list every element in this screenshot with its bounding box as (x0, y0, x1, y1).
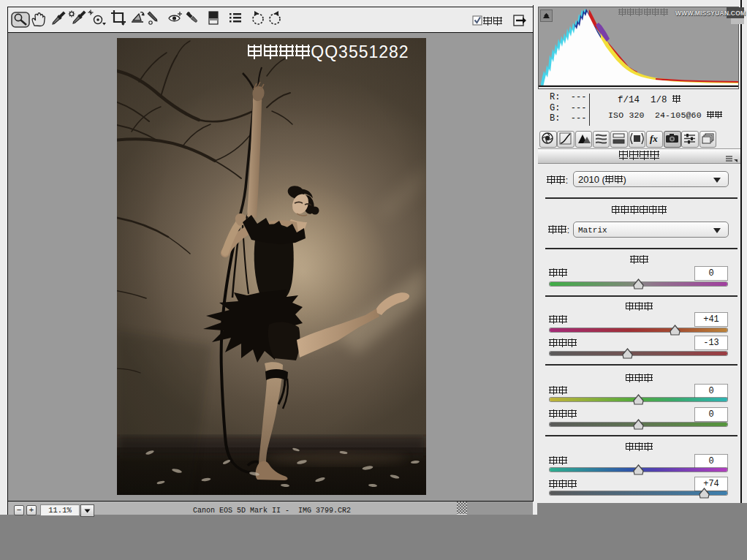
svg-text:fx: fx (650, 133, 658, 144)
